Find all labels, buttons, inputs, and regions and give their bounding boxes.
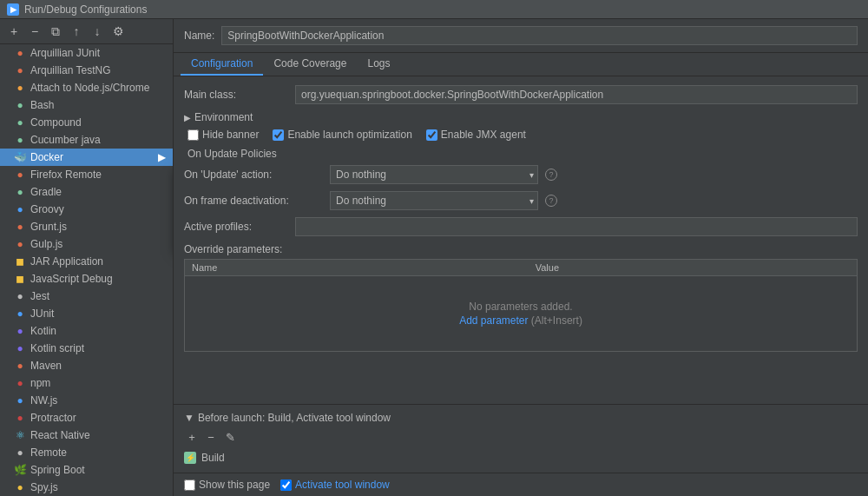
environment-arrow: ▶ (184, 113, 191, 122)
tab-logs[interactable]: Logs (357, 53, 400, 76)
sidebar-item-cucumber[interactable]: ● Cucumber java (0, 131, 173, 149)
params-empty-row: No parameters added. Add parameter (Alt+… (185, 276, 858, 352)
sidebar-item-kotlin[interactable]: ● Kotlin (0, 322, 173, 340)
bottom-bar: Show this page Activate tool window (174, 473, 868, 496)
sidebar-toolbar: + − ⧉ ↑ ↓ ⚙ (0, 19, 173, 44)
docker-icon: 🐳 (14, 151, 26, 163)
activate-tool-window-checkbox[interactable] (280, 479, 292, 491)
add-parameter-link[interactable]: Add parameter (Alt+Insert) (459, 314, 582, 327)
npm-icon: ● (14, 377, 26, 389)
environment-section[interactable]: ▶ Environment (184, 111, 858, 123)
on-frame-wrapper: Do nothing Update classes and resources … (330, 191, 538, 210)
sidebar-item-docker[interactable]: 🐳 Docker ▶ (0, 149, 173, 166)
gradle-icon: ● (14, 186, 26, 198)
enable-jmx-checkbox[interactable] (426, 129, 437, 141)
sidebar-item-gradle-label: Gradle (30, 186, 62, 198)
name-input[interactable] (221, 26, 858, 45)
sidebar-item-gulp[interactable]: ● Gulp.js (0, 235, 173, 253)
sidebar-item-arquillian-junit-label: Arquillian JUnit (30, 47, 100, 59)
sidebar-item-nwjs[interactable]: ● NW.js (0, 392, 173, 409)
active-profiles-input[interactable] (295, 217, 858, 236)
sidebar-item-cucumber-label: Cucumber java (30, 134, 101, 146)
title-bar-icon: ▶ (7, 3, 19, 16)
sidebar-item-arquillian-junit[interactable]: ● Arquillian JUnit (0, 44, 173, 62)
add-config-button[interactable]: + (5, 23, 23, 40)
sidebar-item-jest-label: Jest (30, 290, 49, 302)
sidebar-item-maven[interactable]: ● Maven (0, 357, 173, 374)
sidebar-item-bash[interactable]: ● Bash (0, 96, 173, 114)
sidebar-item-jar[interactable]: ◼ JAR Application (0, 253, 173, 270)
show-this-page-text: Show this page (199, 479, 270, 491)
groovy-icon: ● (14, 203, 26, 215)
enable-launch-checkbox[interactable] (273, 129, 284, 141)
before-launch-add-button[interactable]: + (184, 429, 200, 445)
name-label: Name: (184, 30, 214, 42)
protractor-icon: ● (14, 412, 26, 424)
before-launch-header: ▼ Before launch: Build, Activate tool wi… (184, 412, 858, 424)
on-frame-help-icon[interactable]: ? (545, 195, 557, 207)
sidebar-item-js-debug[interactable]: ◼ JavaScript Debug (0, 270, 173, 288)
sidebar-item-gradle[interactable]: ● Gradle (0, 183, 173, 201)
junit-icon: ● (14, 308, 26, 320)
settings-button[interactable]: ⚙ (109, 23, 127, 40)
remote-icon: ● (14, 446, 26, 459)
params-name-header: Name (185, 260, 529, 276)
sidebar-item-kotlin-label: Kotlin (30, 325, 56, 337)
sidebar-item-jar-label: JAR Application (30, 255, 103, 268)
jest-icon: ● (14, 290, 26, 302)
sidebar-item-react-native[interactable]: ⚛ React Native (0, 427, 173, 444)
sidebar-item-protractor[interactable]: ● Protractor (0, 409, 173, 427)
sidebar-item-kotlin-script[interactable]: ● Kotlin script (0, 340, 173, 357)
main-class-input[interactable] (295, 85, 858, 104)
sidebar-item-firefox[interactable]: ● Firefox Remote (0, 166, 173, 183)
sidebar-item-gulp-label: Gulp.js (30, 238, 62, 250)
enable-jmx-label: Enable JMX agent (441, 129, 526, 141)
before-launch-edit-button[interactable]: ✎ (222, 429, 238, 445)
params-value-header: Value (529, 260, 858, 276)
sidebar: + − ⧉ ↑ ↓ ⚙ ● Arquillian JUnit ● Arquill… (0, 19, 174, 496)
copy-config-button[interactable]: ⧉ (47, 23, 64, 40)
move-down-button[interactable]: ↓ (89, 23, 106, 40)
before-launch-section: ▼ Before launch: Build, Activate tool wi… (174, 404, 868, 473)
environment-label: Environment (194, 111, 253, 123)
hide-banner-checkbox-label[interactable]: Hide banner (187, 129, 259, 141)
show-this-page-label[interactable]: Show this page (184, 479, 270, 491)
params-table: Name Value No parameters added. Add para… (184, 259, 858, 352)
on-frame-select[interactable]: Do nothing Update classes and resources … (330, 191, 538, 210)
sidebar-item-arquillian-testng[interactable]: ● Arquillian TestNG (0, 62, 173, 79)
sidebar-item-arquillian-testng-label: Arquillian TestNG (30, 64, 110, 76)
on-update-help-icon[interactable]: ? (545, 169, 557, 181)
tab-configuration[interactable]: Configuration (181, 53, 263, 76)
show-this-page-checkbox[interactable] (184, 479, 195, 491)
maven-icon: ● (14, 360, 26, 372)
firefox-icon: ● (14, 169, 26, 181)
on-update-select[interactable]: Do nothing Update classes and resources … (330, 165, 538, 184)
activate-tool-window-text: Activate tool window (295, 479, 390, 491)
on-update-wrapper: Do nothing Update classes and resources … (330, 165, 538, 184)
sidebar-item-remote[interactable]: ● Remote (0, 444, 173, 461)
sidebar-item-groovy[interactable]: ● Groovy (0, 201, 173, 218)
before-launch-remove-button[interactable]: − (203, 429, 219, 445)
sidebar-item-kotlin-script-label: Kotlin script (30, 342, 84, 354)
sidebar-item-npm[interactable]: ● npm (0, 374, 173, 392)
tabs-row: Configuration Code Coverage Logs (174, 53, 868, 76)
sidebar-item-spring-boot[interactable]: 🌿 Spring Boot (0, 461, 173, 479)
enable-launch-checkbox-label[interactable]: Enable launch optimization (273, 129, 411, 141)
enable-jmx-checkbox-label[interactable]: Enable JMX agent (426, 129, 526, 141)
sidebar-item-jest[interactable]: ● Jest (0, 288, 173, 305)
sidebar-item-compound[interactable]: ● Compound (0, 114, 173, 131)
main-class-label: Main class: (184, 89, 288, 101)
remove-config-button[interactable]: − (26, 23, 43, 40)
move-up-button[interactable]: ↑ (68, 23, 85, 40)
activate-tool-window-label[interactable]: Activate tool window (280, 479, 390, 491)
sidebar-item-junit[interactable]: ● JUnit (0, 305, 173, 322)
on-frame-label: On frame deactivation: (184, 195, 323, 207)
sidebar-item-grunt[interactable]: ● Grunt.js (0, 218, 173, 235)
before-launch-arrow: ▼ (184, 412, 194, 424)
sidebar-item-spyjs[interactable]: ● Spy.js (0, 479, 173, 496)
checkboxes-row: Hide banner Enable launch optimization E… (184, 129, 858, 141)
params-empty-cell: No parameters added. Add parameter (Alt+… (185, 276, 858, 352)
tab-code-coverage[interactable]: Code Coverage (263, 53, 357, 76)
sidebar-item-attach-node[interactable]: ● Attach to Node.js/Chrome (0, 79, 173, 96)
hide-banner-checkbox[interactable] (187, 129, 199, 141)
